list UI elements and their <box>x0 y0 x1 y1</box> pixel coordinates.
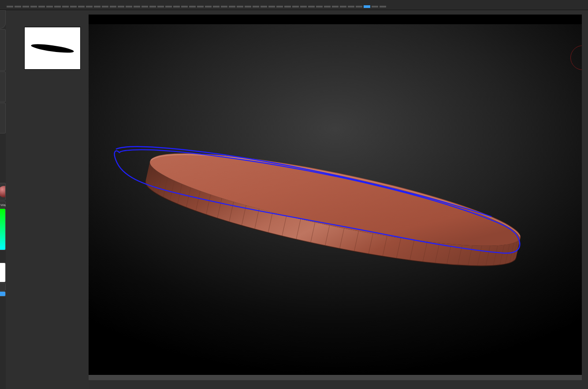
timeline-tick[interactable] <box>102 6 108 7</box>
horizontal-scrollbar[interactable] <box>89 375 582 380</box>
timeline-tick[interactable] <box>181 6 188 7</box>
color-gradient-picker[interactable] <box>0 208 6 250</box>
timeline-tick[interactable] <box>173 6 180 7</box>
timeline-ruler[interactable] <box>7 5 386 8</box>
material-label-slot[interactable]: Wax <box>0 201 6 208</box>
timeline-tick[interactable] <box>38 6 45 7</box>
timeline-tick[interactable] <box>54 6 61 7</box>
timeline-tick[interactable] <box>332 6 339 7</box>
timeline-tick[interactable] <box>316 6 323 7</box>
material-sphere-icon <box>0 186 6 197</box>
color-swatch-blue[interactable] <box>0 291 6 296</box>
timeline-tick[interactable] <box>7 6 13 7</box>
timeline-tick[interactable] <box>157 6 164 7</box>
timeline-tick[interactable] <box>126 6 132 7</box>
color-swatch-white[interactable] <box>0 263 6 282</box>
timeline-tick[interactable] <box>78 6 85 7</box>
timeline-tick[interactable] <box>324 6 331 7</box>
timeline-tick[interactable] <box>62 6 69 7</box>
top-bar <box>0 0 588 10</box>
timeline-tick[interactable] <box>229 6 235 7</box>
timeline-tick[interactable] <box>372 6 378 7</box>
timeline-tick[interactable] <box>245 6 251 7</box>
material-preview[interactable] <box>0 183 6 200</box>
timeline-tick[interactable] <box>213 6 220 7</box>
timeline-tick[interactable] <box>149 6 156 7</box>
svg-point-0 <box>31 42 74 54</box>
tool-slot[interactable] <box>0 71 6 102</box>
timeline-tick[interactable] <box>237 6 243 7</box>
timeline-tick[interactable] <box>356 6 362 7</box>
timeline-tick[interactable] <box>110 6 116 7</box>
viewport-3d[interactable] <box>89 15 582 375</box>
thumbnail[interactable] <box>24 27 81 70</box>
timeline-tick[interactable] <box>189 6 196 7</box>
left-panel <box>6 10 89 389</box>
left-tool-column: Wax <box>0 10 6 389</box>
timeline-tick[interactable] <box>300 6 307 7</box>
timeline-tick[interactable] <box>364 5 370 8</box>
timeline-tick[interactable] <box>340 6 346 7</box>
tool-slot[interactable] <box>0 103 6 133</box>
timeline-tick[interactable] <box>284 6 291 7</box>
timeline-tick[interactable] <box>197 6 204 7</box>
timeline-tick[interactable] <box>134 6 140 7</box>
app-root: Wax <box>0 0 588 389</box>
timeline-tick[interactable] <box>268 6 275 7</box>
timeline-tick[interactable] <box>348 6 354 7</box>
timeline-tick[interactable] <box>253 6 259 7</box>
timeline-tick[interactable] <box>205 6 212 7</box>
timeline-tick[interactable] <box>221 6 227 7</box>
timeline-tick[interactable] <box>86 6 93 7</box>
timeline-tick[interactable] <box>308 6 315 7</box>
timeline-tick[interactable] <box>141 6 148 7</box>
timeline-tick[interactable] <box>118 6 124 7</box>
timeline-tick[interactable] <box>261 6 267 7</box>
color-swatch-dark[interactable] <box>0 283 6 291</box>
timeline-tick[interactable] <box>46 6 53 7</box>
timeline-tick[interactable] <box>292 6 299 7</box>
tool-slot[interactable] <box>0 10 6 29</box>
viewport-container <box>89 10 588 389</box>
timeline-tick[interactable] <box>22 6 29 7</box>
timeline-tick[interactable] <box>165 6 172 7</box>
timeline-tick[interactable] <box>15 6 21 7</box>
thumbnail-silhouette-icon <box>25 27 80 69</box>
timeline-tick[interactable] <box>380 6 386 7</box>
main-area: Wax <box>0 10 588 389</box>
timeline-tick[interactable] <box>30 6 37 7</box>
timeline-tick[interactable] <box>70 6 77 7</box>
viewport-canvas <box>89 24 582 375</box>
tool-slot[interactable] <box>0 29 6 71</box>
timeline-tick[interactable] <box>94 6 100 7</box>
timeline-tick[interactable] <box>276 6 283 7</box>
